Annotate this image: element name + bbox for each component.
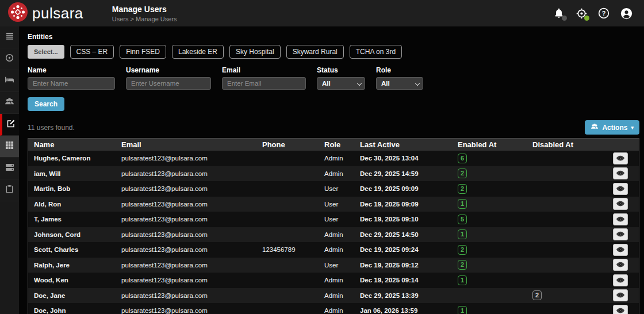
results-count: 11 users found. <box>28 124 75 132</box>
enabled-at-badge: 2 <box>458 260 467 270</box>
view-user-button[interactable] <box>613 244 628 256</box>
cell-name: Doe, John <box>28 307 116 314</box>
username-label: Username <box>126 66 211 74</box>
email-input[interactable] <box>222 77 306 90</box>
view-user-button[interactable] <box>613 152 628 164</box>
column-header: Last Active <box>354 140 452 149</box>
sidebar-item-manage-users[interactable] <box>0 114 19 136</box>
cell-last-active: Dec 29, 2025 13:39 <box>354 292 452 299</box>
actions-button-label: Actions <box>602 124 627 132</box>
table-header: NameEmailPhoneRoleLast ActiveEnabled AtD… <box>28 139 639 151</box>
sidebar-item-tables[interactable] <box>0 136 19 158</box>
help-button[interactable]: ? <box>597 7 610 20</box>
eye-icon <box>616 307 624 314</box>
notifications-button[interactable] <box>553 7 565 20</box>
view-user-button[interactable] <box>613 274 628 286</box>
entity-chip[interactable]: Sky Hospital <box>229 45 281 59</box>
eye-icon <box>616 154 624 163</box>
cell-email: pulsaratest123@pulsara.com <box>116 246 256 253</box>
column-header: Phone <box>256 140 319 149</box>
sidebar-item-list[interactable] <box>0 26 19 48</box>
view-user-button[interactable] <box>613 183 628 195</box>
cell-role: Admin <box>319 277 354 284</box>
enabled-at-badge: 1 <box>458 275 467 285</box>
sidebar-item-disc[interactable] <box>0 48 19 70</box>
search-button[interactable]: Search <box>28 97 64 111</box>
users-icon <box>5 97 14 108</box>
caret-down-icon: ▾ <box>631 125 634 131</box>
status-select[interactable]: All <box>317 77 365 90</box>
role-select[interactable]: All <box>376 77 423 90</box>
clipboard-icon <box>6 185 13 196</box>
view-user-button[interactable] <box>613 167 628 179</box>
sidebar-item-servers[interactable] <box>0 158 19 179</box>
table-icon <box>5 141 14 152</box>
cell-name: Scott, Charles <box>28 246 116 253</box>
entity-chip[interactable]: Skyward Rural <box>286 45 344 59</box>
cell-role: Admin <box>319 246 354 253</box>
user-icon <box>620 7 632 20</box>
view-user-button[interactable] <box>613 305 628 314</box>
pulsara-logo-icon <box>7 2 28 25</box>
eye-icon <box>616 185 624 193</box>
cell-last-active: Dec 19, 2025 09:09 <box>354 185 452 192</box>
disabled-at-badge: 2 <box>532 290 542 300</box>
disc-icon <box>5 53 14 64</box>
tracking-button[interactable] <box>575 7 588 20</box>
cell-role: Admin <box>319 307 354 314</box>
cell-email: pulsaratest123@pulsara.com <box>116 292 256 299</box>
eye-icon <box>616 169 624 178</box>
enabled-at-badge: 2 <box>458 169 467 178</box>
account-button[interactable] <box>620 7 632 20</box>
eye-icon <box>616 215 624 224</box>
entity-chip[interactable]: Lakeside ER <box>172 45 224 59</box>
view-user-button[interactable] <box>613 198 628 210</box>
cell-last-active: Dec 30, 2025 13:04 <box>354 155 452 162</box>
view-user-button[interactable] <box>613 259 628 271</box>
entities-row: Select... CSS – ER Finn FSED Lakeside ER… <box>28 45 639 59</box>
enabled-at-badge: 6 <box>458 154 467 163</box>
table-row: iam, Will pulsaratest123@pulsara.com Adm… <box>28 166 639 182</box>
eye-icon <box>616 291 624 300</box>
table-row: Johnson, Cord pulsaratest123@pulsara.com… <box>28 227 639 243</box>
name-input[interactable] <box>28 77 115 90</box>
eye-icon <box>616 276 624 285</box>
cell-last-active: Dec 19, 2025 09:09 <box>354 201 452 208</box>
entities-select-button[interactable]: Select... <box>28 45 64 59</box>
table-row: Wood, Ken pulsaratest123@pulsara.com Adm… <box>28 273 639 288</box>
enabled-at-badge: 2 <box>458 245 467 255</box>
enabled-at-badge: 2 <box>458 184 467 194</box>
column-header: Enabled At <box>452 140 527 149</box>
view-user-button[interactable] <box>613 228 628 240</box>
cell-name: Wood, Ken <box>28 277 116 284</box>
pulsara-logo[interactable]: pulsara <box>0 2 83 25</box>
eye-icon <box>616 200 624 208</box>
name-label: Name <box>28 66 115 74</box>
cell-name: Ald, Ron <box>28 201 116 208</box>
filters-row: Name Username Email Status All Role Al <box>28 66 639 90</box>
tracking-badge <box>584 16 589 21</box>
column-header: Email <box>116 140 256 149</box>
view-user-button[interactable] <box>613 289 628 301</box>
cell-email: pulsaratest123@pulsara.com <box>116 170 256 177</box>
sidebar-item-beds[interactable] <box>0 70 19 92</box>
cell-email: pulsaratest123@pulsara.com <box>116 262 256 269</box>
entity-chip[interactable]: CSS – ER <box>70 45 114 59</box>
svg-text:?: ? <box>602 10 606 17</box>
sidebar-item-clipboard[interactable] <box>0 179 19 201</box>
view-user-button[interactable] <box>613 213 628 225</box>
entity-chip[interactable]: Finn FSED <box>120 45 166 59</box>
actions-button[interactable]: Actions ▾ <box>585 120 639 135</box>
enabled-at-badge: 1 <box>458 306 467 314</box>
email-label: Email <box>222 66 306 74</box>
entity-chip[interactable]: TCHA on 3rd <box>350 45 402 59</box>
cell-phone: 123456789 <box>256 246 319 253</box>
cell-email: pulsaratest123@pulsara.com <box>116 216 256 223</box>
enabled-at-badge: 5 <box>458 215 467 224</box>
role-label: Role <box>376 66 423 74</box>
help-icon: ? <box>598 7 610 19</box>
sidebar-item-users[interactable] <box>0 92 19 114</box>
column-header: Role <box>319 140 354 149</box>
username-input[interactable] <box>126 77 211 90</box>
status-label: Status <box>317 66 365 74</box>
